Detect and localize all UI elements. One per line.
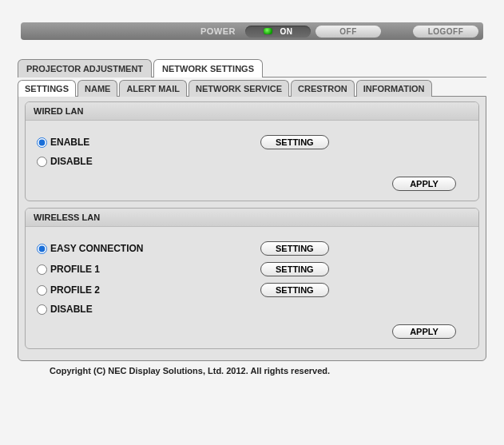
logoff-button[interactable]: LOGOFF bbox=[413, 26, 478, 38]
tab-projector-adjustment[interactable]: PROJECTOR ADJUSTMENT bbox=[18, 59, 152, 77]
wireless-profile1-label: PROFILE 1 bbox=[50, 264, 100, 275]
subtab-network-service[interactable]: NETWORK SERVICE bbox=[189, 80, 289, 97]
wired-lan-group: WIRED LAN ENABLE SETTING DISABLE bbox=[25, 101, 479, 201]
footer-copyright: Copyright (C) NEC Display Solutions, Ltd… bbox=[18, 361, 486, 375]
wireless-lan-title: WIRELESS LAN bbox=[26, 209, 478, 227]
sub-tabs: SETTINGS NAME ALERT MAIL NETWORK SERVICE… bbox=[18, 80, 486, 97]
wireless-easy-label: EASY CONNECTION bbox=[50, 243, 143, 254]
wireless-lan-group: WIRELESS LAN EASY CONNECTION SETTING PRO… bbox=[25, 208, 479, 349]
wired-enable-radio[interactable] bbox=[37, 137, 47, 148]
tab-network-settings[interactable]: NETWORK SETTINGS bbox=[153, 59, 263, 77]
wireless-disable-radio[interactable] bbox=[37, 304, 47, 315]
power-on-button[interactable]: ON bbox=[245, 26, 311, 38]
wired-apply-button[interactable]: APPLY bbox=[392, 177, 456, 191]
wired-lan-title: WIRED LAN bbox=[26, 102, 478, 121]
power-label: POWER bbox=[200, 26, 236, 36]
subtab-settings[interactable]: SETTINGS bbox=[18, 80, 76, 97]
wireless-disable-label: DISABLE bbox=[50, 304, 93, 315]
wired-disable-label: DISABLE bbox=[50, 156, 93, 167]
subtab-name[interactable]: NAME bbox=[77, 80, 117, 97]
power-off-button[interactable]: OFF bbox=[315, 26, 381, 38]
power-led-icon bbox=[264, 28, 272, 34]
wireless-apply-button[interactable]: APPLY bbox=[392, 324, 456, 339]
wired-setting-button[interactable]: SETTING bbox=[260, 135, 329, 149]
wireless-profile2-label: PROFILE 2 bbox=[50, 284, 100, 296]
subtab-information[interactable]: INFORMATION bbox=[356, 80, 432, 97]
settings-panel: WIRED LAN ENABLE SETTING DISABLE bbox=[18, 96, 486, 361]
wireless-profile2-radio[interactable] bbox=[37, 285, 47, 296]
on-label: ON bbox=[280, 26, 293, 38]
wireless-easy-radio[interactable] bbox=[37, 244, 47, 254]
wired-enable-label: ENABLE bbox=[50, 137, 89, 148]
subtab-crestron[interactable]: CRESTRON bbox=[291, 80, 355, 97]
top-bar: POWER ON OFF LOGOFF bbox=[21, 22, 483, 40]
wireless-profile1-setting-button[interactable]: SETTING bbox=[260, 262, 329, 276]
subtab-alert-mail[interactable]: ALERT MAIL bbox=[119, 80, 187, 97]
wireless-easy-setting-button[interactable]: SETTING bbox=[260, 241, 329, 256]
wireless-profile1-radio[interactable] bbox=[37, 264, 47, 275]
main-tabs: PROJECTOR ADJUSTMENT NETWORK SETTINGS bbox=[18, 59, 486, 77]
wired-disable-radio[interactable] bbox=[37, 157, 47, 167]
wireless-profile2-setting-button[interactable]: SETTING bbox=[260, 283, 329, 297]
